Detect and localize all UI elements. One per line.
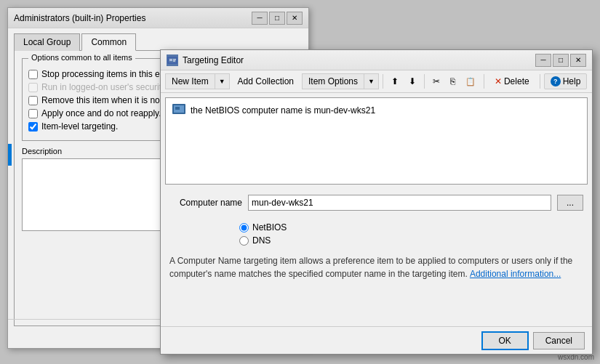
computer-name-label: Computer name xyxy=(169,198,242,208)
delete-button[interactable]: ✕ Delete xyxy=(488,73,536,89)
label-dns: DNS xyxy=(252,235,271,246)
add-collection-button[interactable]: Add Collection xyxy=(231,73,300,89)
minimize-button[interactable]: ─ xyxy=(252,12,268,25)
new-item-dropdown[interactable]: New Item ▼ xyxy=(165,73,230,89)
item-options-arrow[interactable]: ▼ xyxy=(364,76,378,87)
te-toolbar: New Item ▼ Add Collection Item Options ▼… xyxy=(161,70,592,93)
delete-x-icon: ✕ xyxy=(495,76,502,86)
item-options-dropdown[interactable]: Item Options ▼ xyxy=(302,73,379,89)
te-title: Targeting Editor xyxy=(183,55,244,65)
te-item-icon xyxy=(172,103,186,117)
te-minimize-button[interactable]: ─ xyxy=(535,54,551,67)
browse-button[interactable]: ... xyxy=(557,195,583,211)
label-targeting: Item-level targeting. xyxy=(41,121,118,132)
label-remove: Remove this item when it is no lo xyxy=(41,95,169,105)
targeting-icon xyxy=(167,54,178,66)
checkbox-targeting[interactable] xyxy=(28,122,38,132)
te-close-button[interactable]: ✕ xyxy=(570,54,586,67)
te-titlebar-buttons: ─ □ ✕ xyxy=(535,54,586,67)
svg-rect-1 xyxy=(169,59,172,61)
properties-titlebar: Administrators (built-in) Properties ─ □… xyxy=(8,8,308,28)
label-run: Run in logged-on user's security c xyxy=(41,82,172,92)
radio-group: NetBIOS DNS xyxy=(239,222,592,246)
item-options-label: Item Options xyxy=(303,74,364,89)
toolbar-sep-1 xyxy=(383,74,383,89)
te-description: A Computer Name targeting item allows a … xyxy=(161,251,592,286)
te-content-area: the NetBIOS computer name is mun-dev-wks… xyxy=(165,97,588,185)
radio-dns[interactable] xyxy=(239,236,249,246)
move-down-button[interactable]: ⬇ xyxy=(404,73,420,89)
computer-name-input[interactable] xyxy=(248,195,551,211)
te-maximize-button[interactable]: □ xyxy=(553,54,569,67)
computer-name-row: Computer name ... xyxy=(169,195,583,211)
move-up-button[interactable]: ⬆ xyxy=(387,73,403,89)
targeting-editor-window: Targeting Editor ─ □ ✕ New Item ▼ Add Co… xyxy=(160,49,593,355)
svg-rect-6 xyxy=(175,107,180,110)
label-stop: Stop processing items in this exte xyxy=(41,69,172,79)
radio-netbios-row: NetBIOS xyxy=(239,222,592,232)
label-netbios: NetBIOS xyxy=(252,222,287,232)
checkbox-stop[interactable] xyxy=(28,70,38,79)
cut-button[interactable]: ✂ xyxy=(428,73,444,89)
tab-common[interactable]: Common xyxy=(81,33,136,51)
titlebar-buttons: ─ □ ✕ xyxy=(252,12,303,25)
checkbox-apply[interactable] xyxy=(28,109,38,118)
checkbox-run xyxy=(28,83,38,92)
toolbar-sep-3 xyxy=(484,74,484,89)
help-label: Help xyxy=(563,76,581,86)
label-apply: Apply once and do not reapply. xyxy=(41,108,161,118)
close-button[interactable]: ✕ xyxy=(287,12,303,25)
checkbox-remove[interactable] xyxy=(28,96,38,105)
new-item-label: New Item xyxy=(166,74,215,89)
te-footer: OK Cancel xyxy=(161,326,592,354)
toolbar-sep-2 xyxy=(424,74,425,89)
group-legend: Options common to all items xyxy=(28,53,135,62)
copy-button[interactable]: ⎘ xyxy=(446,73,460,89)
tab-local-group[interactable]: Local Group xyxy=(14,33,80,51)
te-form: Computer name ... xyxy=(161,189,592,222)
paste-button[interactable]: 📋 xyxy=(461,74,480,89)
te-item-text: the NetBIOS computer name is mun-dev-wks… xyxy=(191,105,375,116)
radio-netbios[interactable] xyxy=(239,223,249,232)
additional-info-link[interactable]: Additional information... xyxy=(470,269,561,279)
te-item-row[interactable]: the NetBIOS computer name is mun-dev-wks… xyxy=(169,101,584,119)
new-item-arrow[interactable]: ▼ xyxy=(215,76,229,87)
add-collection-label: Add Collection xyxy=(238,76,294,86)
help-button[interactable]: ? Help xyxy=(544,73,588,89)
help-icon: ? xyxy=(551,76,561,86)
te-titlebar: Targeting Editor ─ □ ✕ xyxy=(161,50,592,70)
te-cancel-button[interactable]: Cancel xyxy=(533,332,585,349)
te-ok-button[interactable]: OK xyxy=(481,331,529,350)
blue-accent xyxy=(8,144,12,166)
toolbar-sep-4 xyxy=(540,74,540,89)
properties-title: Administrators (built-in) Properties xyxy=(14,13,145,23)
maximize-button[interactable]: □ xyxy=(269,12,285,25)
delete-label: Delete xyxy=(504,76,529,86)
radio-dns-row: DNS xyxy=(239,235,592,246)
te-title-left: Targeting Editor xyxy=(167,54,244,66)
tab-bar: Local Group Common xyxy=(8,28,308,50)
